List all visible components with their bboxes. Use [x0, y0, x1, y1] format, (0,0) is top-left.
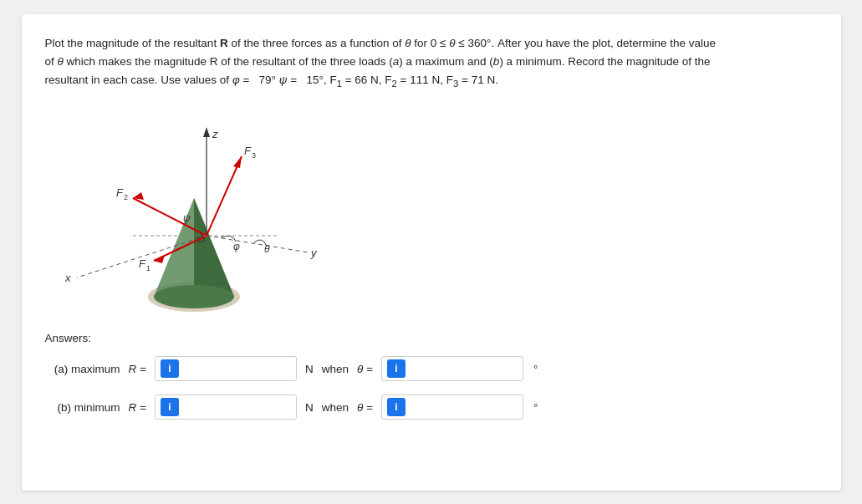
max-r-label: R = [129, 363, 146, 375]
svg-text:φ: φ [233, 241, 240, 252]
min-theta-label: θ = [357, 401, 373, 414]
max-r-input[interactable]: i [155, 356, 297, 381]
min-theta-hint-icon[interactable]: i [387, 398, 405, 416]
max-theta-input[interactable]: i [381, 356, 523, 381]
min-r-label: R = [129, 401, 146, 414]
problem-line2: of θ which makes the magnitude R of the … [45, 55, 711, 68]
svg-text:y: y [310, 247, 318, 259]
svg-point-3 [154, 285, 234, 308]
problem-line3: resultant in each case. Use values of φ … [45, 74, 498, 86]
maximum-row: (a) maximum R = i N when θ = i ° [45, 356, 818, 381]
svg-text:z: z [212, 128, 218, 140]
svg-text:3: 3 [252, 151, 256, 160]
min-theta-input[interactable]: i [381, 395, 523, 420]
min-degree-symbol: ° [533, 401, 538, 414]
min-r-input[interactable]: i [155, 395, 297, 420]
problem-line1: Plot the magnitude of the resultant R of… [45, 37, 717, 49]
min-r-unit: N [305, 401, 314, 414]
svg-marker-13 [233, 156, 242, 168]
svg-marker-5 [203, 127, 210, 137]
svg-text:F: F [116, 186, 124, 199]
svg-text:1: 1 [146, 264, 150, 272]
svg-text:2: 2 [124, 193, 128, 201]
max-r-unit: N [305, 363, 314, 375]
svg-text:ψ: ψ [183, 212, 191, 224]
main-card: Plot the magnitude of the resultant R of… [22, 14, 841, 491]
minimum-row: (b) minimum R = i N when θ = i ° [45, 395, 818, 420]
force-diagram: z y x O F 3 F 2 F 1 ψ [54, 106, 338, 323]
min-part-label: (b) minimum [45, 401, 120, 414]
max-part-label: (a) maximum [45, 363, 120, 375]
max-degree-symbol: ° [533, 363, 538, 375]
problem-text: Plot the magnitude of the resultant R of… [45, 34, 818, 92]
min-r-hint-icon[interactable]: i [161, 398, 179, 416]
svg-text:F: F [244, 145, 252, 157]
svg-text:F: F [139, 257, 146, 270]
max-theta-hint-icon[interactable]: i [387, 359, 405, 378]
svg-text:x: x [64, 272, 71, 284]
diagram-area: z y x O F 3 F 2 F 1 ψ [54, 106, 338, 323]
max-r-hint-icon[interactable]: i [161, 359, 179, 378]
max-when-label: when [322, 363, 349, 375]
svg-marker-2 [194, 198, 234, 297]
min-when-label: when [322, 401, 349, 414]
svg-line-12 [207, 156, 242, 236]
max-theta-label: θ = [357, 363, 373, 375]
svg-line-7 [207, 236, 309, 252]
svg-text:θ: θ [264, 243, 270, 255]
answers-label: Answers: [45, 332, 818, 344]
